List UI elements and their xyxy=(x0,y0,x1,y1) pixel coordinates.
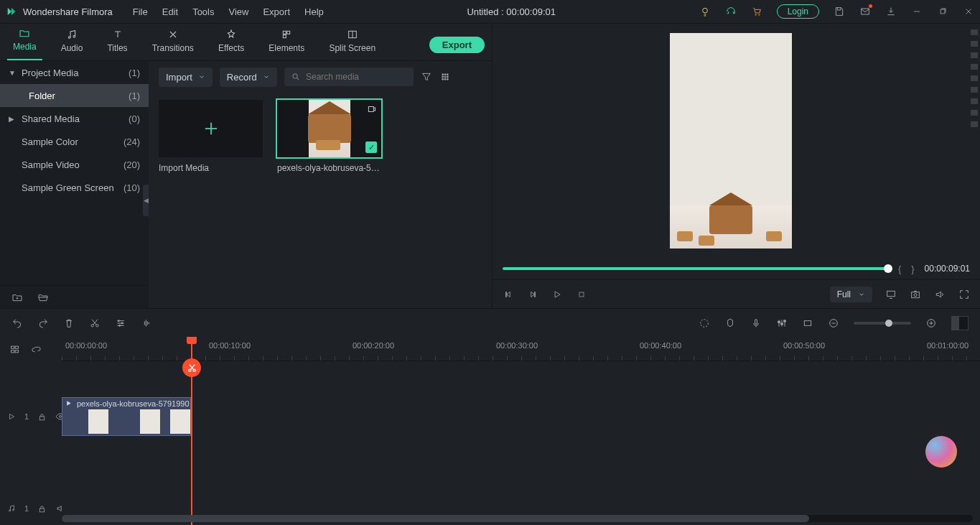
zoom-slider[interactable] xyxy=(854,322,911,325)
save-icon[interactable] xyxy=(834,6,845,17)
window-minimize-icon[interactable] xyxy=(911,6,923,17)
auto-ripple-icon[interactable] xyxy=(30,343,42,355)
fullscreen-icon[interactable] xyxy=(958,289,970,300)
cart-icon[interactable] xyxy=(751,6,762,17)
preview-canvas[interactable] xyxy=(493,24,969,258)
display-icon[interactable] xyxy=(885,289,897,300)
tree-sample-green[interactable]: Sample Green Screen(10) xyxy=(0,176,149,199)
open-folder-icon[interactable] xyxy=(37,292,49,303)
audio-edit-icon[interactable] xyxy=(141,317,152,329)
svg-point-2 xyxy=(758,14,759,15)
search-media[interactable] xyxy=(284,68,414,86)
new-folder-icon[interactable] xyxy=(11,292,23,303)
svg-rect-32 xyxy=(755,319,757,324)
svg-point-25 xyxy=(914,293,917,296)
playhead[interactable] xyxy=(191,337,192,525)
next-frame-icon[interactable] xyxy=(527,289,538,300)
import-dropdown[interactable]: Import xyxy=(159,68,213,87)
menu-export[interactable]: Export xyxy=(263,6,290,17)
collapse-tree-handle[interactable]: ◀ xyxy=(143,185,149,216)
svg-rect-22 xyxy=(579,292,584,297)
prev-frame-icon[interactable] xyxy=(503,289,514,300)
window-close-icon[interactable] xyxy=(963,6,974,17)
svg-rect-24 xyxy=(912,292,920,297)
login-button[interactable]: Login xyxy=(777,4,819,19)
menu-tools[interactable]: Tools xyxy=(192,6,214,17)
search-input[interactable] xyxy=(306,72,406,82)
export-button[interactable]: Export xyxy=(429,37,485,53)
tips-icon[interactable] xyxy=(699,6,711,17)
media-clip-tile[interactable]: ✓ pexels-olya-kobruseva-5… xyxy=(277,100,381,173)
playhead-scissors-icon[interactable] xyxy=(182,358,201,377)
tree-project-media[interactable]: ▼Project Media(1) xyxy=(0,61,149,84)
timeline-manage-icon[interactable] xyxy=(9,343,20,355)
video-badge-icon xyxy=(367,104,377,114)
support-icon[interactable] xyxy=(725,6,737,17)
tree-sample-color[interactable]: Sample Color(24) xyxy=(0,130,149,153)
audio-track-head: 1 xyxy=(0,492,62,525)
svg-rect-41 xyxy=(11,350,14,352)
filter-icon[interactable] xyxy=(421,71,432,83)
svg-point-12 xyxy=(442,74,443,75)
tab-audio[interactable]: Audio xyxy=(55,24,89,60)
title-bar: Wondershare Filmora File Edit Tools View… xyxy=(0,0,980,23)
crop-icon[interactable] xyxy=(802,317,813,329)
mark-in-button[interactable]: { xyxy=(898,264,901,274)
tab-transitions-label: Transitions xyxy=(152,43,194,53)
tab-effects-label: Effects xyxy=(218,43,244,53)
tab-split-screen[interactable]: Split Screen xyxy=(323,24,381,60)
tab-transitions[interactable]: Transitions xyxy=(146,24,200,60)
svg-rect-3 xyxy=(862,9,869,14)
zoom-in-icon[interactable] xyxy=(925,317,937,329)
adjust-icon[interactable] xyxy=(115,317,126,329)
timeline-clip[interactable]: pexels-olya-kobruseva-5791990 xyxy=(62,397,191,436)
render-icon[interactable] xyxy=(699,317,710,329)
svg-point-26 xyxy=(91,324,93,326)
svg-point-46 xyxy=(13,509,14,511)
voiceover-icon[interactable] xyxy=(750,317,762,329)
menu-file[interactable]: File xyxy=(133,6,148,17)
grid-view-icon[interactable] xyxy=(439,71,451,83)
play-icon[interactable] xyxy=(551,289,563,300)
app-logo xyxy=(6,6,17,17)
delete-icon[interactable] xyxy=(63,317,75,329)
tab-media[interactable]: Media xyxy=(7,23,42,60)
snapshot-icon[interactable] xyxy=(910,289,921,300)
audio-track[interactable] xyxy=(62,472,980,505)
tab-elements[interactable]: Elements xyxy=(263,24,310,60)
mail-icon[interactable] xyxy=(859,6,871,17)
tab-titles[interactable]: Titles xyxy=(101,24,133,60)
svg-point-28 xyxy=(118,320,119,321)
redo-icon[interactable] xyxy=(37,317,49,329)
menu-help[interactable]: Help xyxy=(304,6,324,17)
timeline-hscroll[interactable] xyxy=(62,515,973,522)
volume-icon[interactable] xyxy=(934,289,946,300)
mark-out-button[interactable]: } xyxy=(911,264,914,274)
tree-folder[interactable]: Folder(1) xyxy=(0,84,149,107)
tree-sample-video[interactable]: Sample Video(20) xyxy=(0,153,149,176)
import-media-tile[interactable]: Import Media xyxy=(159,100,263,173)
svg-point-19 xyxy=(444,78,446,80)
mixer-icon[interactable] xyxy=(776,317,788,329)
track-size-toggle[interactable] xyxy=(951,316,969,330)
menu-edit[interactable]: Edit xyxy=(162,6,178,17)
window-restore-icon[interactable] xyxy=(937,6,948,17)
record-dropdown[interactable]: Record xyxy=(220,68,277,87)
stop-icon[interactable] xyxy=(576,289,587,300)
menu-view[interactable]: View xyxy=(228,6,248,17)
video-track[interactable]: pexels-olya-kobruseva-5791990 xyxy=(62,393,980,440)
audio-lock-icon[interactable] xyxy=(37,503,47,514)
download-icon[interactable] xyxy=(885,6,897,17)
track-lock-icon[interactable] xyxy=(37,411,47,422)
seek-bar[interactable] xyxy=(503,267,888,270)
preview-quality-dropdown[interactable]: Full xyxy=(830,287,872,302)
undo-icon[interactable] xyxy=(11,317,23,329)
project-title: Untitled : 00:00:09:01 xyxy=(330,6,694,17)
cut-icon[interactable] xyxy=(89,317,101,329)
tab-effects[interactable]: Effects xyxy=(213,24,250,60)
watermark-logo xyxy=(925,436,957,468)
zoom-out-icon[interactable] xyxy=(828,317,839,329)
marker-icon[interactable] xyxy=(724,317,736,329)
tree-shared-media[interactable]: ▶Shared Media(0) xyxy=(0,107,149,130)
time-ruler[interactable]: 00:00:00:00 00:00:10:00 00:00:20:00 00:0… xyxy=(62,337,980,361)
